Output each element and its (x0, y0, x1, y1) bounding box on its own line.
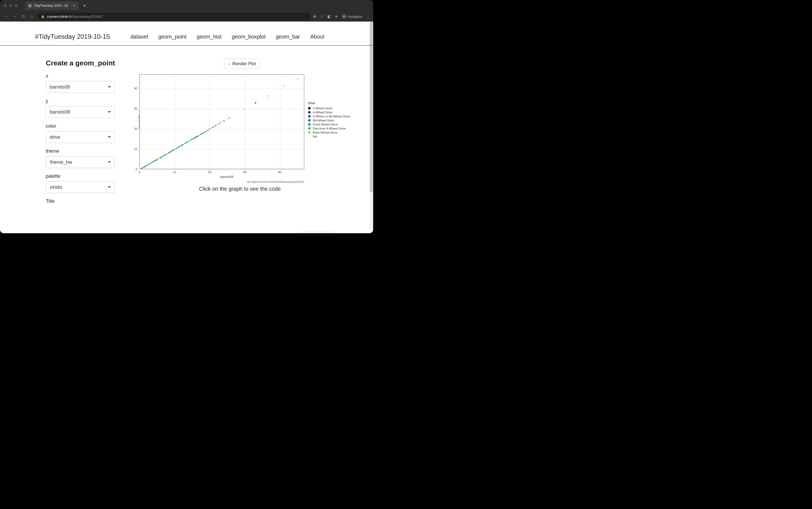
bookmark-icon[interactable]: ☆ (320, 14, 324, 19)
nav-geom-hist[interactable]: geom_hist (197, 34, 221, 40)
back-icon[interactable]: ← (3, 14, 9, 19)
data-point (213, 126, 214, 128)
legend-swatch-icon (308, 123, 311, 126)
download-button[interactable]: ⬇ Download (302, 232, 336, 233)
close-tab-icon[interactable]: × (73, 4, 75, 7)
data-point (161, 156, 162, 158)
zoom-icon[interactable]: ⊕ (313, 14, 316, 19)
legend-item: Part-time 4-Wheel Drive (308, 127, 350, 130)
x-tick: 20 (208, 170, 211, 174)
data-point (189, 140, 190, 141)
data-point (145, 165, 147, 166)
legend-item: NA (308, 135, 350, 138)
data-point (201, 133, 203, 134)
plot-area[interactable]: barrels08 barrels08 via https://connect.… (130, 74, 304, 169)
legend-label: 2-Wheel Drive (313, 107, 332, 110)
extension-icon[interactable]: ◧ (327, 14, 331, 19)
browser-tab[interactable]: TidyTuesday 2019 - 42 × (25, 1, 79, 10)
window-controls (4, 4, 18, 7)
legend-label: 4-Wheel or All-Wheel Drive (313, 115, 350, 118)
chevron-down-icon (108, 136, 111, 138)
palette-select[interactable]: viridis (46, 181, 115, 193)
download-arrow-icon: ↓ (228, 61, 230, 66)
data-point (267, 95, 269, 96)
nav-geom-boxplot[interactable]: geom_boxplot (232, 34, 266, 40)
browser-menu-icon[interactable]: ⋮ (366, 14, 370, 19)
data-point (200, 134, 201, 135)
nav-geom-point[interactable]: geom_point (158, 34, 186, 40)
data-point (162, 156, 164, 157)
data-point (216, 124, 218, 126)
data-point (199, 134, 200, 136)
favicon-icon (28, 4, 32, 7)
browser-chrome: TidyTuesday 2019 - 42 × + ← → ↻ ⌂ 🔒 conn… (0, 0, 373, 22)
controls-sidebar: Create a geom_point x barrels08 y barrel… (46, 59, 118, 206)
color-select-value: drive (50, 134, 60, 140)
home-icon[interactable]: ⌂ (29, 14, 35, 19)
data-point (147, 164, 148, 166)
sidebar-title: Create a geom_point (46, 59, 118, 67)
legend-swatch-icon (308, 107, 311, 110)
x-axis-label: barrels08 (220, 175, 234, 179)
minimize-window-icon[interactable] (9, 4, 12, 7)
data-point (229, 117, 230, 118)
data-point (171, 150, 172, 152)
y-tick: 30 (134, 107, 137, 110)
legend: drive 2-Wheel Drive4-Wheel Drive4-Wheel … (308, 101, 350, 139)
chevron-down-icon (108, 111, 111, 113)
data-point (166, 153, 168, 154)
chevron-down-icon (108, 186, 111, 188)
data-point (148, 164, 149, 165)
y-label: y (46, 98, 118, 104)
forward-icon[interactable]: → (12, 14, 18, 19)
legend-swatch-icon (308, 115, 311, 118)
data-point (164, 155, 165, 156)
y-select[interactable]: barrels08 (46, 106, 115, 118)
color-select[interactable]: drive (46, 131, 115, 143)
legend-label: All-Wheel Drive (313, 119, 334, 122)
data-point (195, 137, 196, 138)
legend-item: 4-Wheel or All-Wheel Drive (308, 115, 350, 118)
maximize-window-icon[interactable] (14, 4, 18, 7)
legend-swatch-icon (308, 119, 311, 122)
y-tick: 40 (134, 87, 137, 90)
lock-icon: 🔒 (41, 15, 45, 18)
nav-dataset[interactable]: dataset (130, 34, 148, 40)
x-tick: 40 (278, 170, 281, 174)
data-point (204, 131, 206, 133)
nav-about[interactable]: About (310, 34, 324, 40)
theme-select[interactable]: theme_bw (46, 156, 115, 168)
data-point (187, 141, 189, 142)
page-header: #TidyTuesday 2019-10-15 dataset geom_poi… (0, 22, 373, 45)
legend-swatch-icon (308, 131, 311, 134)
close-window-icon[interactable] (4, 4, 7, 7)
data-point (192, 138, 193, 140)
address-bar[interactable]: 🔒 connect.thinkr.fr/tidytuesday201942/ (38, 13, 310, 20)
data-point (186, 142, 187, 143)
data-point (183, 143, 185, 145)
data-point (211, 127, 212, 129)
data-point (221, 122, 222, 123)
x-select-value: barrels08 (50, 84, 70, 90)
reload-icon[interactable]: ↻ (21, 14, 26, 19)
legend-item: Front-Wheel Drive (308, 123, 350, 126)
legend-item: Rear-Wheel Drive (308, 131, 350, 134)
legend-item: 2-Wheel Drive (308, 107, 350, 110)
color-label: color (46, 123, 118, 129)
render-plot-button[interactable]: ↓ Render Plot (224, 59, 260, 69)
y-tick: 10 (134, 147, 137, 150)
data-point (178, 146, 179, 148)
new-tab-button[interactable]: + (81, 3, 88, 9)
data-point (255, 102, 256, 103)
extensions-menu-icon[interactable]: ✦ (334, 14, 338, 19)
nav-geom-bar[interactable]: geom_bar (276, 34, 300, 40)
legend-swatch-icon (308, 111, 311, 114)
x-select[interactable]: barrels08 (46, 81, 115, 93)
data-point (179, 146, 180, 147)
x-tick: 0 (139, 170, 140, 174)
data-point (190, 139, 192, 141)
data-point (172, 150, 173, 151)
y-select-value: barrels08 (50, 109, 70, 115)
legend-item: All-Wheel Drive (308, 119, 350, 122)
data-point (219, 123, 220, 124)
